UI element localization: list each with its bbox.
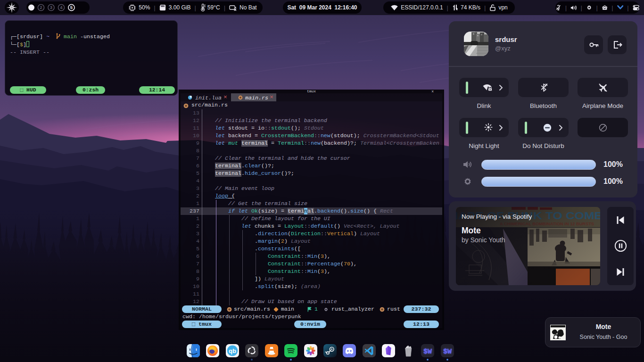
svg-text:3: 3 [50, 5, 52, 10]
svg-text:5: 5 [70, 5, 73, 10]
svg-text:$W: $W [423, 348, 432, 356]
svg-text:$W: $W [443, 348, 452, 356]
svg-text:4: 4 [60, 5, 63, 10]
svg-text:2: 2 [40, 5, 42, 10]
svg-text:qb: qb [229, 347, 236, 354]
